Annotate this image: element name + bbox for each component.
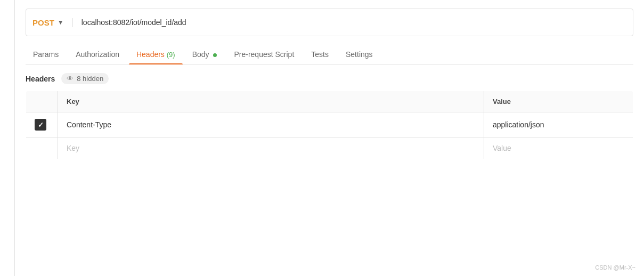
tab-params[interactable]: Params — [26, 45, 66, 64]
body-dot-icon — [213, 53, 217, 57]
row2-checkbox-cell[interactable] — [26, 137, 58, 159]
col-checkbox — [26, 91, 58, 112]
col-value: Value — [484, 91, 633, 112]
tab-pre-request-script[interactable]: Pre-request Script — [226, 45, 301, 64]
row1-key-value: Content-Type — [67, 120, 111, 129]
row2-value-cell[interactable]: Value — [484, 137, 633, 159]
url-bar: POST ▼ — [26, 9, 633, 36]
tab-tests[interactable]: Tests — [304, 45, 336, 64]
method-dropdown-arrow: ▼ — [58, 19, 64, 26]
row2-value-placeholder: Value — [493, 144, 511, 152]
watermark: CSDN @Mr-X~ — [595, 264, 635, 271]
hidden-badge[interactable]: 👁 8 hidden — [61, 73, 109, 84]
row1-value-text: application/json — [493, 120, 544, 129]
headers-badge: (9) — [167, 51, 175, 59]
method-label: POST — [32, 18, 54, 27]
col-key: Key — [58, 91, 484, 112]
row1-checkbox-cell[interactable]: ✓ — [26, 112, 58, 137]
checkbox-checked-icon[interactable]: ✓ — [35, 119, 46, 131]
row1-key-cell[interactable]: Content-Type — [58, 112, 484, 137]
headers-section-header: Headers 👁 8 hidden — [26, 64, 633, 91]
tab-headers[interactable]: Headers (9) — [129, 45, 183, 64]
method-selector[interactable]: POST ▼ — [32, 18, 73, 27]
url-input[interactable] — [81, 18, 626, 27]
tab-body[interactable]: Body — [185, 45, 225, 64]
table-row: ✓ Content-Type application/json — [26, 112, 633, 137]
table-row: Key Value — [26, 137, 633, 159]
main-container: POST ▼ Params Authorization Headers (9) … — [0, 0, 644, 276]
tab-settings[interactable]: Settings — [338, 45, 380, 64]
content-area: POST ▼ Params Authorization Headers (9) … — [15, 0, 644, 276]
hidden-count: 8 hidden — [77, 75, 103, 83]
left-bar — [0, 0, 15, 276]
tabs-bar: Params Authorization Headers (9) Body Pr… — [26, 45, 633, 64]
row1-value-cell[interactable]: application/json — [484, 112, 633, 137]
headers-title: Headers — [26, 75, 55, 83]
table-header-row: Key Value — [26, 91, 633, 112]
eye-icon: 👁 — [67, 75, 74, 83]
headers-table: Key Value ✓ Content-Type application/jso… — [26, 91, 633, 159]
row2-key-placeholder: Key — [67, 144, 79, 152]
row2-key-cell[interactable]: Key — [58, 137, 484, 159]
tab-authorization[interactable]: Authorization — [68, 45, 127, 64]
